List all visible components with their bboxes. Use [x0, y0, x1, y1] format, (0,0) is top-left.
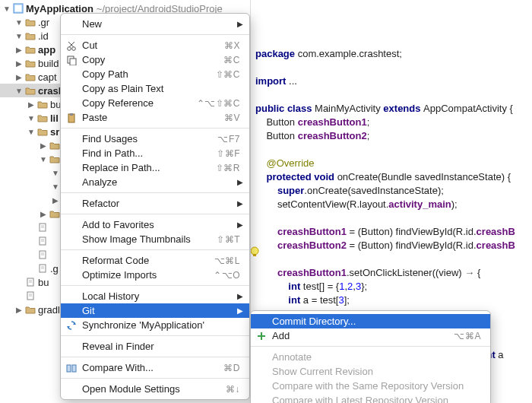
menu-item-label: Local History [82, 290, 240, 302]
code-line: creashButton1.setOnClickListener((view) … [255, 266, 527, 280]
menu-item-compare-with-latest-repository-version: Compare with Latest Repository Version [251, 393, 490, 403]
blank-icon [65, 290, 78, 303]
sync-icon [65, 319, 78, 332]
menu-separator [61, 214, 249, 214]
svg-rect-1 [15, 5, 21, 11]
blank-icon [255, 395, 268, 404]
menu-item-new[interactable]: New▶ [61, 17, 249, 31]
menu-separator [61, 357, 249, 357]
svg-rect-33 [72, 365, 76, 372]
tree-item-label: bu [38, 277, 49, 288]
menu-separator [61, 335, 249, 336]
menu-item-label: Analyze [82, 176, 240, 188]
menu-item-label: Paste [82, 112, 224, 123]
blank-icon [65, 162, 78, 174]
svg-point-23 [72, 46, 76, 50]
chevron-down-icon: ▼ [52, 169, 59, 177]
chevron-right-icon: ▶ [15, 306, 23, 314]
menu-item-refactor[interactable]: Refactor▶ [61, 196, 249, 211]
blank-icon [255, 351, 268, 363]
menu-item-copy-as-plain-text[interactable]: Copy as Plain Text [61, 81, 249, 96]
code-line [255, 61, 527, 75]
svg-point-20 [251, 247, 258, 255]
menu-shortcut: ⌘D [223, 363, 240, 373]
menu-item-commit-directory[interactable]: Commit Directory... [251, 314, 490, 328]
blank-icon [65, 255, 78, 267]
folder-icon [25, 44, 36, 55]
code-line [255, 252, 527, 266]
folder-icon [37, 99, 48, 109]
tree-item-label: build [38, 58, 59, 69]
blank-icon [255, 316, 268, 328]
intention-bulb-icon[interactable] [251, 219, 266, 284]
menu-item-reformat-code[interactable]: Reformat Code⌥⌘L [61, 253, 249, 268]
folder-icon [25, 58, 36, 68]
file-icon [37, 222, 48, 233]
chevron-down-icon: ▼ [52, 182, 59, 191]
menu-shortcut: ⌘V [224, 113, 240, 123]
blank-icon [65, 383, 78, 395]
menu-item-reveal-in-finder[interactable]: Reveal in Finder [61, 339, 249, 354]
code-line: @Override [255, 157, 527, 170]
file-icon [37, 249, 48, 260]
tree-item-label: gradl [38, 304, 60, 316]
menu-item-cut[interactable]: Cut⌘X [61, 38, 249, 52]
menu-item-label: Find in Path... [82, 148, 217, 159]
menu-item-git[interactable]: Git▶ [61, 303, 249, 318]
menu-item-analyze[interactable]: Analyze▶ [61, 175, 249, 189]
code-line: public class MainMyActivity extends AppC… [255, 102, 527, 116]
copy-icon [65, 54, 78, 66]
menu-item-add[interactable]: Add⌥⌘A [251, 328, 490, 343]
file-icon [25, 277, 36, 287]
menu-item-local-history[interactable]: Local History▶ [61, 289, 249, 303]
code-line: int a = test[3]; [255, 294, 527, 307]
code-line: int test[] = {1,2,3}; [255, 280, 527, 294]
menu-item-paste[interactable]: Paste⌘V [61, 110, 249, 125]
menu-item-synchronize-myapplication[interactable]: Synchronize 'MyApplication' [61, 318, 249, 332]
menu-item-label: Compare with the Same Repository Version [272, 380, 481, 392]
folder-icon [25, 17, 36, 27]
blank-icon [65, 198, 78, 210]
menu-item-open-module-settings[interactable]: Open Module Settings⌘↓ [61, 382, 249, 396]
menu-shortcut: ⌃⌥O [214, 270, 240, 281]
menu-shortcut: ⌥F7 [217, 134, 240, 144]
menu-item-label: Open Module Settings [82, 383, 226, 395]
menu-item-compare-with[interactable]: Compare With...⌘D [61, 360, 249, 375]
chevron-right-icon: ▶ [237, 292, 243, 300]
menu-item-label: Reformat Code [82, 255, 214, 266]
menu-item-find-usages[interactable]: Find Usages⌥F7 [61, 132, 249, 146]
folder-icon [25, 85, 36, 96]
menu-item-copy-path[interactable]: Copy Path⇧⌘C [61, 67, 249, 81]
menu-item-label: Reveal in Finder [82, 341, 240, 352]
blank-icon [65, 176, 78, 189]
folder-icon [25, 71, 36, 82]
menu-item-copy[interactable]: Copy⌘C [61, 52, 249, 67]
code-line [255, 143, 527, 157]
code-line: Button creashButton1; [255, 116, 527, 129]
chevron-right-icon: ▶ [237, 20, 243, 28]
menu-item-find-in-path[interactable]: Find in Path...⇧⌘F [61, 146, 249, 160]
menu-item-show-image-thumbnails[interactable]: Show Image Thumbnails⇧⌘T [61, 232, 249, 246]
menu-item-replace-in-path[interactable]: Replace in Path...⇧⌘R [61, 160, 249, 175]
code-line: package com.example.crashtest; [255, 47, 527, 61]
menu-item-label: New [82, 18, 240, 30]
menu-item-optimize-imports[interactable]: Optimize Imports⌃⌥O [61, 268, 249, 282]
cut-icon [65, 40, 78, 52]
folder-icon [49, 140, 60, 151]
menu-separator [61, 192, 249, 193]
menu-item-label: Refactor [82, 198, 240, 209]
context-menu: New▶Cut⌘XCopy⌘CCopy Path⇧⌘CCopy as Plain… [60, 13, 250, 400]
chevron-right-icon: ▶ [237, 221, 243, 229]
chevron-down-icon: ▼ [3, 5, 11, 13]
menu-item-add-to-favorites[interactable]: Add to Favorites▶ [61, 217, 249, 232]
menu-separator [251, 346, 490, 347]
code-line [255, 88, 527, 102]
code-line: creashButton2 = (Button) findViewById(R.… [255, 239, 527, 252]
menu-shortcut: ⌘C [223, 55, 240, 65]
blank-icon [255, 366, 268, 378]
menu-item-label: Cut [82, 40, 224, 51]
svg-rect-21 [253, 254, 256, 256]
menu-item-copy-reference[interactable]: Copy Reference⌃⌥⇧⌘C [61, 96, 249, 110]
chevron-right-icon: ▶ [237, 306, 243, 315]
blank-icon [65, 97, 78, 109]
